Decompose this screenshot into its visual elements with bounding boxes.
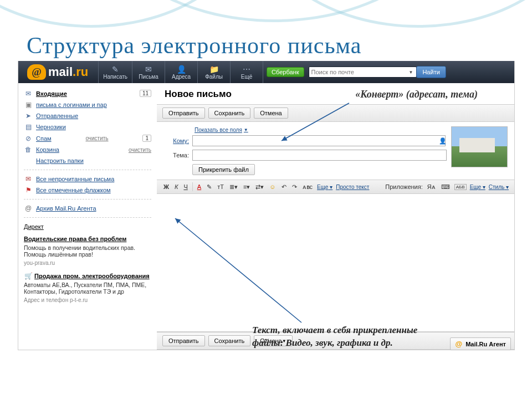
redo-button[interactable]: ↷ [291,183,298,191]
at-icon: @ [27,64,46,80]
search-button[interactable]: Найти [416,66,446,78]
at-icon: @ [455,340,462,348]
mail-app-window: @ mail.ru ✎Написать ✉Письма 👤Адреса 📁Фай… [18,61,515,350]
sidebar-item-inbox[interactable]: ✉ Входящие 11 [24,88,151,99]
sidebar-item-folder-logins[interactable]: ▣ письма с логинами и пар [24,99,151,110]
show-all-fields-link[interactable]: Показать все поля▼ [195,127,248,133]
nav-letters[interactable]: ✉Письма [132,61,165,83]
ad-block-2[interactable]: 🛒 Продажа пром. электрооборудования Авто… [24,269,151,306]
strike-button[interactable]: ᴀʙс [301,183,314,191]
pencil-icon: ✎ [110,65,120,74]
cancel-button[interactable]: Отмена [254,108,288,119]
app-topbar: @ mail.ru ✎Написать ✉Письма 👤Адреса 📁Фай… [18,61,514,83]
search-input[interactable] [309,66,417,78]
annotation-envelope: «Конверт» (адресат, тема) [355,89,478,100]
list-button[interactable]: ≡▾ [242,183,251,191]
align-button[interactable]: ≣▾ [228,183,239,191]
contacts-icon: 👤 [176,65,186,74]
trash-icon: 🗑 [24,146,33,153]
indent-button[interactable]: ⇄▾ [254,183,265,191]
save-button-bottom[interactable]: Сохранить [208,335,251,346]
trash-clear-link[interactable]: очистить [129,147,151,153]
style-link[interactable]: Стиль ▾ [489,184,509,190]
ad1-title: Водительские права без проблем [24,236,126,242]
bold-button[interactable]: Ж [162,183,170,190]
dots-icon: ⋯ [242,65,252,74]
annotation-body: Текст, включает в себя прикрепленные фай… [252,324,429,350]
sidebar-configure-folders[interactable]: Настроить папки [24,155,151,166]
compose-buttons-top: Отправить Сохранить Отмена [157,104,514,122]
spam-icon: ⊘ [24,135,33,142]
inbox-count: 11 [140,90,151,97]
mailru-logo[interactable]: @ mail.ru [22,61,98,83]
toolbar-more2-link[interactable]: Еще ▾ [470,184,485,190]
ad-block-1[interactable]: Водительские права без проблем Помощь в … [24,232,151,269]
keyboard-icon[interactable]: ⌨ [440,183,451,191]
mailru-agent-button[interactable]: @ Mail.Ru Агент [450,337,511,350]
spam-clear-link[interactable]: очистить [85,135,108,141]
chevron-down-icon[interactable]: ▼ [409,70,413,75]
sent-icon: ➤ [24,112,33,119]
apps-label: Приложения: [385,183,422,190]
inbox-icon: ✉ [24,90,33,97]
ad1-source: you-prava.ru [24,260,151,266]
sidebar-item-drafts[interactable]: ▤ Чернозики [24,121,151,132]
send-button[interactable]: Отправить [162,108,205,119]
chevron-down-icon: ▼ [244,127,248,132]
ad2-title: Продажа пром. электрооборудования [34,273,150,279]
subject-label: Тема: [163,152,189,158]
cart-icon: 🛒 [24,273,33,279]
slide-title: Структура электронного письма [27,32,361,59]
sidebar-item-archive[interactable]: @ Архив Mail.Ru Агента [24,203,151,214]
to-row: Кому: 👤 [163,135,447,146]
sidebar-item-unread[interactable]: ✉ Все непрочитанные письма [24,173,151,185]
sberbank-badge[interactable]: Сбербанк [267,67,304,77]
highlight-button[interactable]: ✎ [206,183,213,191]
emoji-button[interactable]: ☺ [268,183,277,190]
compose-body-textarea[interactable] [157,194,514,332]
subject-input[interactable] [192,150,447,161]
subject-row: Тема: [163,150,447,161]
plain-text-link[interactable]: Просто текст [336,184,369,190]
nav-more[interactable]: ⋯Ещё [231,61,263,83]
nav-files[interactable]: 📁Файлы [198,61,231,83]
undo-button[interactable]: ↶ [280,183,288,191]
flag-icon: ⚑ [24,187,33,193]
folder-icon: ▣ [24,101,33,108]
nav-write[interactable]: ✎Написать [99,61,132,83]
sidebar-item-trash[interactable]: 🗑 Корзина очистить [24,144,151,155]
translit-icon[interactable]: АБВ [454,184,467,190]
save-button[interactable]: Сохранить [208,108,251,119]
attach-button[interactable]: Прикрепить файл [192,164,255,175]
direct-heading: Директ [24,221,151,232]
translate-icon[interactable]: Яᴀ [426,183,437,191]
to-label: Кому: [163,137,189,144]
ad2-body: Автоматы АЕ,ВА., Пускатели ПМ, ПМА, ПМЕ,… [24,282,151,295]
font-color-button[interactable]: A [196,183,202,190]
sidebar: ✉ Входящие 11 ▣ письма с логинами и пар … [18,83,157,350]
sidebar-item-flagged[interactable]: ⚑ Все отмеченные флажком [24,185,151,196]
underline-button[interactable]: Ч [182,183,188,190]
compose-pane: Новое письмо Отправить Сохранить Отмена … [157,83,514,350]
italic-button[interactable]: К [173,183,179,190]
sidebar-photo-thumbnail [451,126,508,167]
font-size-button[interactable]: тТ [216,183,225,190]
decorative-waves [0,0,532,36]
send-button-bottom[interactable]: Отправить [162,335,205,346]
editor-toolbar: Ж К Ч A ✎ тТ ≣▾ ≡▾ ⇄▾ ☺ ↶ ↷ ᴀʙс Еще ▾ Пр… [157,180,514,194]
ad1-body: Помощь в получении водительских прав. По… [24,244,151,258]
nav-bar: ✎Написать ✉Письма 👤Адреса 📁Файлы ⋯Ещё [98,61,263,83]
drafts-icon: ▤ [24,124,33,130]
ad2-source: Адрес и телефон p-t-e.ru [24,297,151,303]
spam-count: 1 [142,135,151,142]
search-wrap: ▼ Найти [309,66,446,78]
to-input[interactable] [192,135,446,146]
nav-addresses[interactable]: 👤Адреса [165,61,198,83]
sidebar-item-spam[interactable]: ⊘ Спам очистить 1 [24,132,151,144]
toolbar-more-link[interactable]: Еще ▾ [317,184,332,190]
at-small-icon: @ [24,205,33,212]
contacts-picker-icon[interactable]: 👤 [439,137,447,145]
envelope-closed-icon: ✉ [24,176,33,182]
sidebar-item-sent[interactable]: ➤ Отправленные [24,110,151,121]
envelope-icon: ✉ [144,65,154,74]
